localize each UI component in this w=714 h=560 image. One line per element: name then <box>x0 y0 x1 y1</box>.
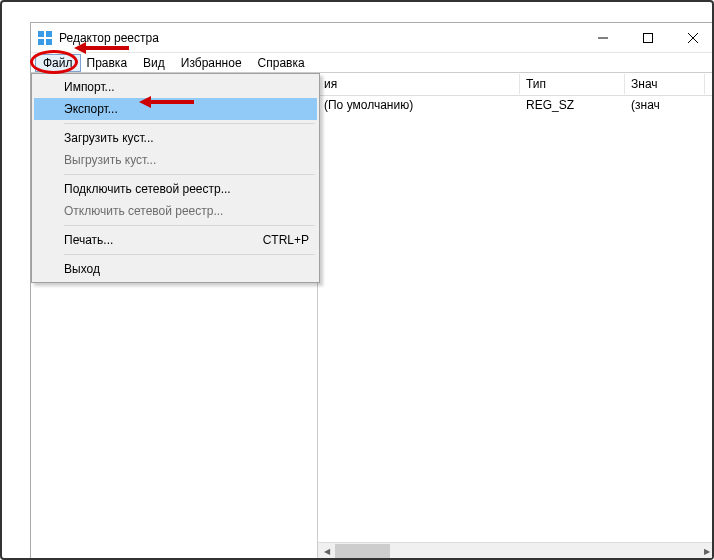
menu-edit[interactable]: Правка <box>79 54 136 72</box>
registry-editor-window: Редактор реестра Файл Правка Вид Избранн… <box>30 22 714 560</box>
menubar: Файл Правка Вид Избранное Справка <box>31 53 714 73</box>
scroll-left-icon[interactable]: ◀ <box>318 543 335 560</box>
menu-item[interactable]: Выход <box>34 258 317 280</box>
minimize-button[interactable] <box>580 23 625 53</box>
svg-rect-0 <box>38 31 44 37</box>
menu-item[interactable]: Загрузить куст... <box>34 127 317 149</box>
file-menu-dropdown: Импорт...Экспорт...Загрузить куст...Выгр… <box>31 73 320 283</box>
window-title: Редактор реестра <box>59 31 159 45</box>
menu-item-label: Экспорт... <box>64 102 118 116</box>
close-button[interactable] <box>670 23 714 53</box>
menu-item[interactable]: Подключить сетевой реестр... <box>34 178 317 200</box>
col-value[interactable]: Знач <box>625 74 705 94</box>
svg-rect-2 <box>38 39 44 45</box>
horizontal-scrollbar[interactable]: ◀ ▶ <box>318 542 714 559</box>
svg-rect-5 <box>643 33 652 42</box>
svg-rect-1 <box>46 31 52 37</box>
menu-item-label: Печать... <box>64 233 113 247</box>
cell-name: (По умолчанию) <box>318 98 520 112</box>
app-icon <box>37 30 53 46</box>
menu-item-label: Выход <box>64 262 100 276</box>
menu-favorites[interactable]: Избранное <box>173 54 250 72</box>
cell-value: (знач <box>625 98 705 112</box>
values-pane: ия Тип Знач (По умолчанию) REG_SZ (знач … <box>318 73 714 559</box>
svg-rect-3 <box>46 39 52 45</box>
scroll-thumb[interactable] <box>335 544 390 559</box>
menu-separator <box>64 174 315 175</box>
menu-help[interactable]: Справка <box>250 54 313 72</box>
maximize-button[interactable] <box>625 23 670 53</box>
menu-file[interactable]: Файл <box>35 54 81 72</box>
menu-separator <box>64 123 315 124</box>
list-header: ия Тип Знач <box>318 73 714 96</box>
menu-item[interactable]: Экспорт... <box>34 98 317 120</box>
menu-item-label: Отключить сетевой реестр... <box>64 204 223 218</box>
menu-item-label: Импорт... <box>64 80 115 94</box>
menu-item: Выгрузить куст... <box>34 149 317 171</box>
menu-item-label: Выгрузить куст... <box>64 153 156 167</box>
scroll-right-icon[interactable]: ▶ <box>698 543 714 560</box>
list-row[interactable]: (По умолчанию) REG_SZ (знач <box>318 96 714 114</box>
cell-type: REG_SZ <box>520 98 625 112</box>
menu-item[interactable]: Импорт... <box>34 76 317 98</box>
menu-item[interactable]: Печать...CTRL+P <box>34 229 317 251</box>
menu-separator <box>64 225 315 226</box>
titlebar: Редактор реестра <box>31 23 714 53</box>
menu-separator <box>64 254 315 255</box>
menu-view[interactable]: Вид <box>135 54 173 72</box>
menu-item: Отключить сетевой реестр... <box>34 200 317 222</box>
menu-item-label: Загрузить куст... <box>64 131 154 145</box>
col-type[interactable]: Тип <box>520 74 625 94</box>
col-name[interactable]: ия <box>318 74 520 94</box>
menu-item-label: Подключить сетевой реестр... <box>64 182 231 196</box>
menu-item-shortcut: CTRL+P <box>263 233 309 247</box>
list-body[interactable]: (По умолчанию) REG_SZ (знач <box>318 96 714 542</box>
content-area: ия Тип Знач (По умолчанию) REG_SZ (знач … <box>31 73 714 559</box>
